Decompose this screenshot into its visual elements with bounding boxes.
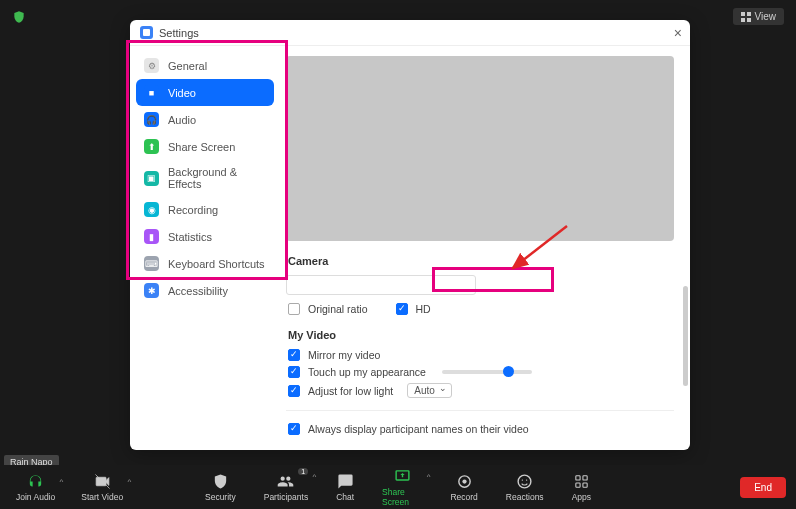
sidebar-item-label: Video <box>168 87 196 99</box>
join-audio-button[interactable]: Join Audio^ <box>10 473 61 502</box>
settings-content: Camera Original ratio HD My Video Mirror… <box>280 46 690 450</box>
scrollbar[interactable] <box>683 286 688 386</box>
sidebar-icon: ▣ <box>144 171 159 186</box>
sidebar-item-label: Background & Effects <box>168 166 266 190</box>
svg-rect-12 <box>583 475 587 479</box>
chat-icon <box>337 473 354 490</box>
touchup-checkbox[interactable] <box>288 366 300 378</box>
sidebar-item-label: General <box>168 60 207 72</box>
lowlight-checkbox[interactable] <box>288 385 300 397</box>
original-ratio-checkbox[interactable] <box>288 303 300 315</box>
settings-sidebar: ⚙General■Video🎧Audio⬆Share Screen▣Backgr… <box>130 46 280 450</box>
touchup-slider[interactable] <box>442 370 532 374</box>
record-button[interactable]: Record <box>444 468 483 507</box>
svg-point-7 <box>462 479 466 483</box>
hd-checkbox[interactable] <box>396 303 408 315</box>
security-shield-icon <box>12 10 26 24</box>
sidebar-item-recording[interactable]: ◉Recording <box>130 196 280 223</box>
sidebar-item-label: Recording <box>168 204 218 216</box>
share-screen-button[interactable]: Share Screen^ <box>376 468 428 507</box>
mirror-checkbox[interactable] <box>288 349 300 361</box>
hd-label: HD <box>416 303 431 315</box>
shield-icon <box>212 473 229 490</box>
sidebar-icon: ⬆ <box>144 139 159 154</box>
sidebar-icon: 🎧 <box>144 112 159 127</box>
people-icon <box>277 473 294 490</box>
svg-rect-2 <box>741 18 745 22</box>
sidebar-item-label: Share Screen <box>168 141 235 153</box>
svg-rect-11 <box>576 475 580 479</box>
sidebar-icon: ■ <box>144 85 159 100</box>
security-button[interactable]: Security <box>199 468 242 507</box>
video-preview <box>286 56 674 241</box>
svg-rect-3 <box>747 18 751 22</box>
chevron-up-icon[interactable]: ^ <box>312 472 316 481</box>
view-button[interactable]: View <box>733 8 785 25</box>
share-icon <box>394 468 411 485</box>
headphones-icon <box>27 473 44 490</box>
lowlight-select[interactable]: Auto <box>407 383 452 398</box>
original-ratio-label: Original ratio <box>308 303 368 315</box>
svg-rect-14 <box>583 482 587 486</box>
camera-dropdown[interactable] <box>286 275 476 295</box>
meeting-toolbar: Join Audio^ Start Video^ Security Partic… <box>0 465 796 509</box>
sidebar-item-keyboard-shortcuts[interactable]: ⌨Keyboard Shortcuts <box>130 250 280 277</box>
chat-button[interactable]: Chat <box>330 468 360 507</box>
reactions-button[interactable]: Reactions <box>500 468 550 507</box>
sidebar-item-general[interactable]: ⚙General <box>130 52 280 79</box>
apps-button[interactable]: Apps <box>566 468 597 507</box>
chevron-up-icon[interactable]: ^ <box>59 477 63 486</box>
sidebar-item-label: Accessibility <box>168 285 228 297</box>
settings-dialog: Settings × ⚙General■Video🎧Audio⬆Share Sc… <box>130 20 690 450</box>
video-off-icon <box>94 473 111 490</box>
chevron-up-icon[interactable]: ^ <box>427 472 431 481</box>
display-names-label: Always display participant names on thei… <box>308 423 529 435</box>
start-video-button[interactable]: Start Video^ <box>75 473 129 502</box>
participants-button[interactable]: Participants 1 ^ <box>258 468 314 507</box>
chevron-up-icon[interactable]: ^ <box>127 477 131 486</box>
svg-rect-0 <box>741 12 745 16</box>
settings-title: Settings <box>159 27 199 39</box>
svg-point-9 <box>522 479 523 480</box>
lowlight-label: Adjust for low light <box>308 385 393 397</box>
sidebar-item-label: Keyboard Shortcuts <box>168 258 265 270</box>
sidebar-icon: ✱ <box>144 283 159 298</box>
sidebar-icon: ◉ <box>144 202 159 217</box>
svg-rect-13 <box>576 482 580 486</box>
mirror-label: Mirror my video <box>308 349 380 361</box>
svg-rect-1 <box>747 12 751 16</box>
sidebar-item-background-effects[interactable]: ▣Background & Effects <box>130 160 280 196</box>
close-icon[interactable]: × <box>674 25 682 41</box>
record-icon <box>456 473 473 490</box>
view-label: View <box>755 11 777 22</box>
apps-icon <box>573 473 590 490</box>
sidebar-item-accessibility[interactable]: ✱Accessibility <box>130 277 280 304</box>
sidebar-item-statistics[interactable]: ▮Statistics <box>130 223 280 250</box>
sidebar-icon: ⌨ <box>144 256 159 271</box>
sidebar-item-label: Audio <box>168 114 196 126</box>
svg-point-10 <box>526 479 527 480</box>
smile-icon <box>516 473 533 490</box>
svg-point-8 <box>518 475 531 488</box>
sidebar-item-audio[interactable]: 🎧Audio <box>130 106 280 133</box>
zoom-icon <box>140 26 153 39</box>
participants-count-badge: 1 <box>298 468 308 475</box>
display-names-checkbox[interactable] <box>288 423 300 435</box>
sidebar-icon: ⚙ <box>144 58 159 73</box>
end-button[interactable]: End <box>740 477 786 498</box>
camera-heading: Camera <box>288 255 674 267</box>
sidebar-item-share-screen[interactable]: ⬆Share Screen <box>130 133 280 160</box>
touchup-label: Touch up my appearance <box>308 366 426 378</box>
sidebar-item-video[interactable]: ■Video <box>136 79 274 106</box>
sidebar-item-label: Statistics <box>168 231 212 243</box>
sidebar-icon: ▮ <box>144 229 159 244</box>
settings-header: Settings × <box>130 20 690 46</box>
my-video-heading: My Video <box>288 329 674 341</box>
